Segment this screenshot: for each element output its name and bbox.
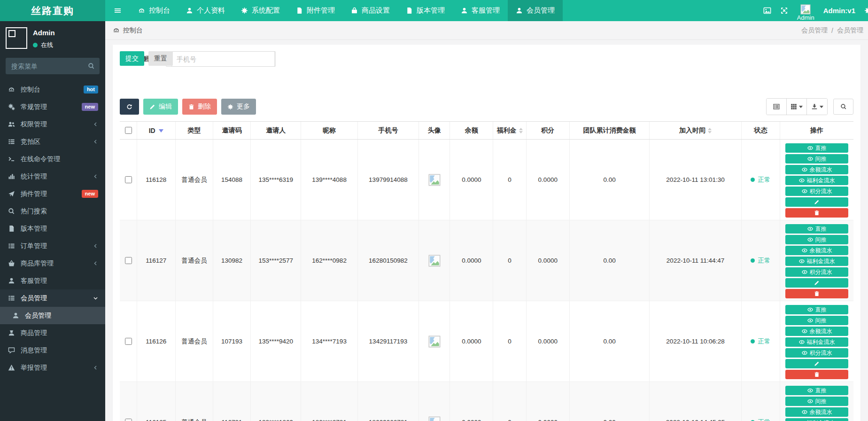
nav-item-商品设置[interactable]: 商品设置 (343, 0, 398, 21)
breadcrumb-member-mgmt-current[interactable]: 会员管理 (837, 26, 863, 35)
sidebar-item-热门搜索[interactable]: 热门搜索 (0, 203, 105, 220)
export-button[interactable] (807, 99, 827, 115)
nav-item-个人资料[interactable]: 个人资料 (178, 0, 233, 21)
refresh-button[interactable] (120, 99, 139, 115)
action-button-直推[interactable]: 直推 (785, 224, 848, 234)
comment-icon (7, 347, 16, 354)
more-button[interactable]: 更多 (221, 99, 256, 115)
reset-button[interactable]: 重置 (148, 51, 173, 66)
action-button-直推[interactable]: 直推 (785, 305, 848, 314)
action-label: 直推 (815, 144, 827, 152)
brand-logo[interactable]: 丝路直购 (0, 0, 105, 21)
detail-view-button[interactable] (767, 99, 787, 115)
delete-button[interactable]: 删除 (182, 99, 217, 115)
action-button-直推[interactable]: 直推 (785, 386, 848, 395)
sidebar-search-input[interactable] (10, 62, 88, 70)
action-button-间推[interactable]: 间推 (785, 235, 848, 244)
action-button-积分流水[interactable]: 积分流水 (785, 348, 848, 358)
edit-button[interactable]: 编辑 (143, 99, 178, 115)
sidebar-item-客服管理[interactable]: 客服管理 (0, 272, 105, 289)
row-checkbox[interactable] (125, 257, 132, 264)
sidebar-item-常规管理[interactable]: 常规管理new (0, 98, 105, 116)
columns-button[interactable] (787, 99, 807, 115)
sidebar-item-消息管理[interactable]: 消息管理 (0, 342, 105, 359)
sidebar-item-会员管理[interactable]: 会员管理 (0, 307, 105, 324)
cell-invite_code: 116731 (213, 382, 250, 421)
avatar-thumbnail (427, 335, 442, 349)
cell-type: 普通会员 (175, 301, 213, 382)
sidebar-item-商品管理[interactable]: 商品管理 (0, 324, 105, 342)
sidebar-item-label: 热门搜索 (21, 207, 47, 216)
nav-item-附件管理[interactable]: 附件管理 (288, 0, 343, 21)
row-edit-button[interactable] (785, 359, 848, 368)
action-button-间推[interactable]: 间推 (785, 316, 848, 325)
cell-status: 正常 (741, 382, 780, 421)
action-button-间推[interactable]: 间推 (785, 154, 848, 164)
row-delete-button[interactable] (785, 370, 848, 379)
action-button-余额流水[interactable]: 余额流水 (785, 246, 848, 255)
row-edit-button[interactable] (785, 197, 848, 207)
sidebar-item-插件管理[interactable]: 插件管理new (0, 185, 105, 203)
sidebar-item-会员管理[interactable]: 会员管理 (0, 289, 105, 307)
col-header-加入时间[interactable]: 加入时间 (650, 122, 742, 140)
col-header-ID[interactable]: ID (137, 122, 175, 140)
col-header-积分: 积分 (526, 122, 569, 140)
action-button-福利金流水[interactable]: 福利金流水 (785, 337, 848, 347)
fullscreen-icon[interactable] (780, 7, 788, 15)
sidebar-item-订单管理[interactable]: 订单管理 (0, 237, 105, 255)
cell-type: 普通会员 (175, 140, 213, 220)
nav-item-版本管理[interactable]: 版本管理 (398, 0, 453, 21)
sidebar-user-status: 在线 (33, 41, 55, 49)
action-button-间推[interactable]: 间推 (785, 397, 848, 406)
row-delete-button[interactable] (785, 289, 848, 298)
action-button-积分流水[interactable]: 积分流水 (785, 187, 848, 196)
avatar-thumbnail (427, 173, 442, 187)
user-avatar[interactable]: Admin (797, 4, 814, 22)
col-header-label: 团队累计消费金额 (583, 126, 636, 134)
row-checkbox[interactable] (125, 176, 132, 183)
row-edit-button[interactable] (785, 278, 848, 288)
nav-item-控制台[interactable]: 控制台 (130, 0, 178, 21)
sidebar-item-在线命令管理[interactable]: 在线命令管理 (0, 150, 105, 168)
status-dot-icon (751, 258, 755, 263)
sidebar-item-举报管理[interactable]: 举报管理 (0, 359, 105, 376)
row-checkbox[interactable] (125, 338, 132, 345)
nav-item-系统配置[interactable]: 系统配置 (233, 0, 288, 21)
submit-button[interactable]: 提交 (120, 51, 144, 66)
status-label: 正常 (758, 418, 770, 421)
action-button-福利金流水[interactable]: 福利金流水 (785, 176, 848, 185)
image-icon[interactable] (763, 7, 771, 15)
col-header-福利金[interactable]: 福利金 (493, 122, 526, 140)
sidebar-item-版本管理[interactable]: 版本管理 (0, 220, 105, 237)
phone-input[interactable] (171, 51, 275, 67)
sidebar-item-权限管理[interactable]: 权限管理 (0, 116, 105, 133)
table-row: 116128普通会员154088135****6319139****408813… (120, 140, 853, 220)
action-button-余额流水[interactable]: 余额流水 (785, 165, 848, 174)
table-search-button[interactable] (833, 99, 853, 115)
action-button-余额流水[interactable]: 余额流水 (785, 407, 848, 417)
col-header-label: 余额 (465, 126, 478, 134)
sidebar-item-商品库管理[interactable]: 商品库管理 (0, 255, 105, 272)
cell-phone: 18009066731 (357, 382, 418, 421)
action-button-积分流水[interactable]: 积分流水 (785, 267, 848, 277)
sidebar-item-竞拍区[interactable]: 竞拍区 (0, 133, 105, 150)
nav-item-会员管理[interactable]: 会员管理 (508, 0, 563, 21)
action-button-余额流水[interactable]: 余额流水 (785, 327, 848, 336)
action-button-直推[interactable]: 直推 (785, 143, 848, 153)
row-delete-button[interactable] (785, 208, 848, 218)
action-button-福利金流水[interactable]: 福利金流水 (785, 418, 848, 421)
select-all-checkbox[interactable] (125, 127, 132, 134)
action-button-福利金流水[interactable]: 福利金流水 (785, 257, 848, 266)
cell-status: 正常 (741, 220, 780, 301)
gear-icon[interactable] (864, 7, 868, 15)
sidebar-toggle-button[interactable] (105, 0, 130, 21)
badge-new: new (82, 103, 98, 111)
sidebar-item-控制台[interactable]: 控制台hot (0, 81, 105, 98)
row-checkbox[interactable] (125, 419, 132, 421)
select-all-header[interactable] (120, 122, 137, 140)
breadcrumb-member-mgmt[interactable]: 会员管理 (801, 26, 828, 35)
sidebar-item-统计管理[interactable]: 统计管理 (0, 168, 105, 185)
admin-version-menu[interactable]: Admin:v1 (823, 7, 855, 15)
status-badge: 正常 (743, 176, 779, 184)
nav-item-客服管理[interactable]: 客服管理 (453, 0, 508, 21)
